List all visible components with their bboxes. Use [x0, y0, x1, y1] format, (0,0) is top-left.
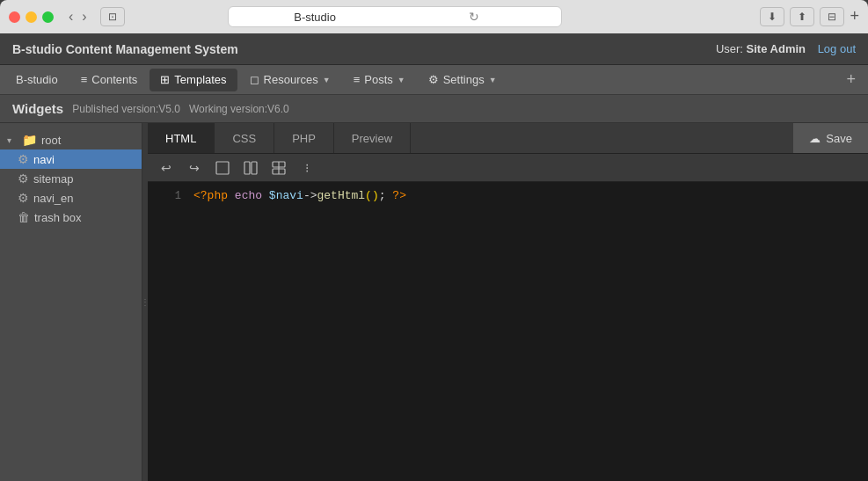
titlebar: ‹ › ⊡ B-studio ↻ ⬇ ⬆ ⊟ + — [0, 0, 868, 33]
user-name: Site Admin — [747, 42, 806, 55]
nav-item-templates[interactable]: ⊞ Templates — [150, 69, 237, 91]
traffic-lights — [9, 11, 54, 23]
svg-rect-0 — [216, 162, 229, 174]
nav-item-bstudio[interactable]: B-studio — [5, 69, 69, 91]
address-bar[interactable]: B-studio ↻ — [228, 6, 562, 27]
gear-icon: ⚙ — [18, 191, 29, 205]
settings-icon: ⚙ — [428, 73, 439, 86]
app-title: B-studio Content Management System — [12, 42, 716, 56]
wrap-button[interactable] — [211, 157, 234, 179]
sidebar-item-sitemap[interactable]: ⚙ sitemap — [0, 169, 142, 188]
widgets-title: Widgets — [12, 101, 63, 116]
trash-icon: 🗑 — [18, 210, 30, 224]
indent-button[interactable] — [267, 157, 290, 179]
nav-contents-label: Contents — [91, 73, 137, 86]
tab-css-label: CSS — [232, 132, 256, 145]
logout-link[interactable]: Log out — [818, 42, 856, 55]
nav-settings-label: Settings — [443, 73, 485, 86]
address-text: B-studio — [236, 11, 395, 24]
close-button[interactable] — [9, 11, 20, 23]
templates-icon: ⊞ — [160, 73, 170, 86]
window-mode-button[interactable]: ⊡ — [100, 7, 125, 26]
code-editor[interactable]: 1 <?php echo $navi->getHtml(); ?> — [148, 182, 868, 481]
published-version: Published version:V5.0 — [72, 103, 180, 115]
svg-rect-2 — [252, 162, 257, 174]
app-header: B-studio Content Management System User:… — [0, 33, 868, 65]
sidebar-item-navi[interactable]: ⚙ navi — [0, 149, 142, 169]
new-tab-button[interactable]: + — [850, 7, 859, 26]
redo-button[interactable]: ↪ — [183, 157, 206, 179]
svg-rect-1 — [244, 162, 250, 174]
minimize-button[interactable] — [26, 11, 37, 23]
folder-icon: 📁 — [22, 133, 37, 147]
sidebar-item-navi-en-label: navi_en — [33, 192, 74, 205]
content-panel: HTML CSS PHP Preview ☁ Save ↩ ↪ — [148, 123, 868, 481]
tab-php[interactable]: PHP — [274, 123, 334, 153]
nav-posts-label: Posts — [364, 73, 393, 86]
code-content-1: <?php echo $navi->getHtml(); ?> — [193, 189, 406, 202]
refresh-icon[interactable]: ↻ — [395, 10, 554, 24]
main-area: ▾ 📁 root ⚙ navi ⚙ sitemap ⚙ navi_en 🗑 tr… — [0, 123, 868, 481]
tab-preview-label: Preview — [352, 132, 392, 145]
cloud-icon: ☁ — [809, 132, 821, 145]
tab-css[interactable]: CSS — [215, 123, 274, 153]
sidebar-item-root-label: root — [41, 134, 61, 147]
duplicate-button[interactable]: ⊟ — [820, 7, 844, 26]
undo-button[interactable]: ↩ — [155, 157, 178, 179]
resources-caret-icon: ▼ — [323, 76, 331, 84]
download-button[interactable]: ⬇ — [760, 7, 784, 26]
tab-php-label: PHP — [292, 132, 316, 145]
editor-toolbar: ↩ ↪ ⁝ — [148, 154, 868, 182]
titlebar-right-buttons: ⬇ ⬆ ⊟ + — [760, 7, 859, 26]
split-button[interactable] — [239, 157, 262, 179]
gear-icon: ⚙ — [18, 171, 29, 186]
forward-button[interactable]: › — [79, 9, 89, 25]
widgets-bar: Widgets Published version:V5.0 Working v… — [0, 95, 868, 123]
navbar: B-studio ≡ Contents ⊞ Templates ◻ Resour… — [0, 65, 868, 95]
posts-icon: ≡ — [354, 73, 361, 86]
nav-bstudio-label: B-studio — [16, 73, 58, 86]
code-line-1: 1 <?php echo $navi->getHtml(); ?> — [148, 189, 868, 207]
nav-item-resources[interactable]: ◻ Resources ▼ — [239, 69, 341, 91]
browser-nav-arrows: ‹ › — [66, 9, 90, 25]
sidebar-item-trash-box[interactable]: 🗑 trash box — [0, 208, 142, 227]
back-button[interactable]: ‹ — [66, 9, 76, 25]
nav-item-settings[interactable]: ⚙ Settings ▼ — [418, 69, 507, 91]
share-button[interactable]: ⬆ — [790, 7, 814, 26]
gear-icon: ⚙ — [18, 152, 29, 166]
tree-toggle-icon: ▾ — [7, 135, 18, 145]
working-version: Working version:V6.0 — [189, 103, 289, 115]
nav-add-button[interactable]: + — [839, 70, 863, 89]
maximize-button[interactable] — [42, 11, 54, 23]
sidebar-item-sitemap-label: sitemap — [33, 172, 74, 186]
save-button[interactable]: ☁ Save — [793, 123, 868, 153]
contents-icon: ≡ — [81, 73, 88, 86]
nav-templates-label: Templates — [174, 73, 226, 86]
settings-caret-icon: ▼ — [489, 76, 497, 84]
posts-caret-icon: ▼ — [398, 76, 405, 84]
tabs-bar: HTML CSS PHP Preview ☁ Save — [148, 123, 868, 154]
sidebar: ▾ 📁 root ⚙ navi ⚙ sitemap ⚙ navi_en 🗑 tr… — [0, 123, 142, 481]
tab-html-label: HTML — [165, 132, 196, 145]
user-label: User: — [716, 42, 743, 55]
sidebar-item-trash-label: trash box — [34, 211, 81, 224]
sidebar-item-navi-label: navi — [33, 153, 55, 166]
line-number-1: 1 — [157, 189, 181, 202]
tab-preview[interactable]: Preview — [334, 123, 411, 153]
tab-html[interactable]: HTML — [148, 123, 215, 153]
nav-resources-label: Resources — [264, 73, 318, 86]
save-label: Save — [826, 132, 852, 145]
user-section: User: Site Admin Log out — [716, 42, 856, 55]
sidebar-item-navi-en[interactable]: ⚙ navi_en — [0, 188, 142, 208]
nav-item-contents[interactable]: ≡ Contents — [70, 69, 149, 91]
format-button[interactable]: ⁝ — [295, 157, 318, 179]
resources-icon: ◻ — [250, 73, 259, 86]
sidebar-item-root[interactable]: ▾ 📁 root — [0, 130, 142, 149]
nav-item-posts[interactable]: ≡ Posts ▼ — [343, 69, 416, 91]
